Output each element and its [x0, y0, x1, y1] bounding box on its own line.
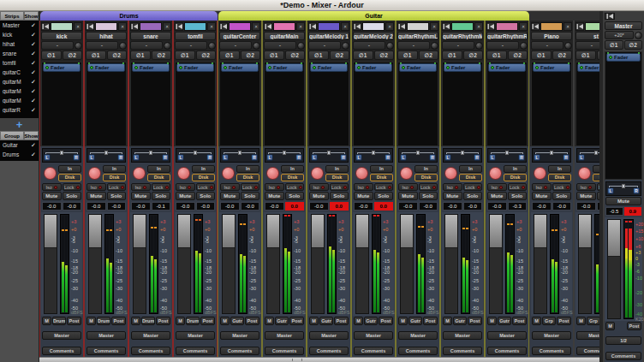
comments-button[interactable]: Comments — [532, 347, 571, 355]
pan-right-button[interactable]: R — [429, 154, 436, 161]
trim-display[interactable]: - — [264, 41, 296, 50]
phase-2-button[interactable]: ∅2 — [330, 50, 350, 60]
fader-slider[interactable] — [44, 214, 57, 314]
master-phase-2-button[interactable]: ∅2 — [624, 40, 643, 50]
pan-thumb[interactable] — [238, 151, 242, 155]
pan-thumb[interactable] — [60, 151, 63, 155]
solo-isolate-button[interactable]: Iso — [42, 183, 62, 191]
solo-lock-button[interactable]: Lock — [241, 183, 260, 191]
group-column-header[interactable]: Group — [0, 131, 24, 140]
master-comments-button[interactable]: Comments — [605, 352, 641, 360]
metering-point-button[interactable]: Post — [557, 317, 571, 325]
pan-left-button[interactable]: L — [311, 154, 318, 161]
trim-knob[interactable] — [119, 42, 127, 50]
monitor-disk-button[interactable]: Disk — [58, 174, 81, 181]
pan-left-button[interactable]: L — [177, 154, 184, 161]
strip-name-button[interactable]: guitarMelody 1 — [308, 32, 349, 40]
trim-display[interactable]: - — [397, 41, 430, 50]
record-arm-button[interactable] — [222, 167, 235, 180]
strip-color-swatch[interactable] — [140, 22, 162, 31]
trim-display[interactable]: - — [41, 41, 74, 50]
peak-display[interactable]: 0.0 — [374, 202, 394, 211]
fader-processor-entry[interactable]: Fader — [43, 63, 80, 72]
sidebar-strip-item[interactable]: hihat✓ — [0, 39, 39, 49]
output-button[interactable]: Master — [443, 331, 482, 340]
record-arm-button[interactable] — [534, 167, 546, 180]
gain-display[interactable]: -0.0 — [220, 202, 240, 211]
fader-processor-entry[interactable]: Fader — [87, 63, 125, 72]
pan-left-button[interactable]: L — [607, 187, 614, 194]
monitor-input-button[interactable]: In — [147, 165, 170, 173]
trim-display[interactable]: - — [130, 41, 163, 50]
strip-color-swatch[interactable] — [95, 22, 117, 31]
pan-thumb[interactable] — [416, 151, 420, 155]
solo-lock-button[interactable]: Lock — [330, 183, 349, 191]
metering-point-button[interactable]: Post — [111, 317, 126, 325]
comments-button[interactable]: Comments — [220, 347, 259, 355]
pan-right-button[interactable]: R — [162, 154, 169, 161]
output-button[interactable]: Master — [176, 331, 215, 340]
gain-display[interactable]: -0.0 — [86, 202, 106, 211]
strip-m-button[interactable]: M — [131, 317, 140, 325]
strip-close-button[interactable]: ✕ — [519, 22, 528, 31]
strip-group-button[interactable]: Drums — [141, 317, 155, 325]
record-arm-button[interactable] — [88, 167, 101, 180]
strip-color-swatch[interactable] — [229, 22, 251, 31]
trim-display[interactable]: - — [575, 41, 599, 50]
master-fader-slider[interactable] — [607, 219, 621, 319]
strip-group-button[interactable]: Gutr — [408, 317, 422, 325]
processor-box[interactable] — [532, 73, 571, 145]
output-button[interactable]: Master — [42, 331, 81, 340]
comments-button[interactable]: Comments — [42, 347, 81, 355]
record-arm-button[interactable] — [578, 167, 591, 180]
comments-button[interactable]: Comments — [398, 347, 438, 355]
trim-knob[interactable] — [564, 42, 572, 50]
strip-group-button[interactable]: Grp — [542, 317, 556, 325]
monitor-input-button[interactable]: In — [459, 165, 482, 173]
solo-isolate-button[interactable]: Iso — [576, 183, 596, 191]
mute-button[interactable]: Mute — [220, 192, 240, 200]
pan-left-button[interactable]: L — [489, 154, 496, 161]
strips-column-header[interactable]: Strips — [0, 11, 24, 21]
pan-left-button[interactable]: L — [266, 154, 273, 161]
mute-button[interactable]: Mute — [398, 192, 418, 200]
trim-display[interactable]: - — [531, 41, 564, 50]
trim-knob[interactable] — [520, 42, 528, 50]
monitor-disk-button[interactable]: Disk — [147, 174, 170, 181]
solo-lock-button[interactable]: Lock — [508, 183, 528, 191]
strip-m-button[interactable]: M — [398, 317, 408, 325]
monitor-input-button[interactable]: In — [281, 165, 304, 173]
strip-close-button[interactable]: ✕ — [296, 22, 305, 31]
strip-group-button[interactable]: Drums — [186, 317, 200, 325]
trim-knob[interactable] — [75, 42, 82, 50]
pan-right-button[interactable]: R — [340, 154, 347, 161]
output-button[interactable]: Master — [398, 331, 438, 340]
processor-box[interactable] — [42, 73, 81, 145]
pan-widget[interactable]: L R — [176, 148, 215, 163]
gain-display[interactable]: -0.0 — [532, 202, 552, 211]
pan-left-button[interactable]: L — [222, 154, 229, 161]
monitor-input-button[interactable]: In — [58, 165, 81, 173]
comments-button[interactable]: Comments — [131, 347, 170, 355]
trim-display[interactable]: - — [486, 41, 519, 50]
trim-knob[interactable] — [342, 42, 349, 50]
monitor-input-button[interactable]: In — [504, 165, 527, 173]
solo-lock-button[interactable]: Lock — [152, 183, 171, 191]
visibility-checkmark[interactable]: ✓ — [28, 88, 39, 95]
phase-1-button[interactable]: ∅1 — [486, 50, 507, 60]
trim-knob[interactable] — [208, 42, 216, 50]
strip-close-button[interactable]: ✕ — [118, 22, 127, 31]
output-button[interactable]: Master — [576, 331, 599, 340]
pan-right-button[interactable]: R — [206, 154, 213, 161]
fader-handle[interactable] — [534, 215, 546, 248]
master-phase-1-button[interactable]: ∅1 — [605, 40, 623, 50]
visibility-checkmark[interactable]: ✓ — [28, 22, 39, 29]
solo-button[interactable]: Solo — [196, 192, 216, 200]
phase-2-button[interactable]: ∅2 — [285, 50, 306, 60]
strip-name-button[interactable]: guitarCenter — [219, 32, 260, 40]
strip-m-button[interactable]: M — [265, 317, 274, 325]
strip-hide-button[interactable] — [308, 22, 317, 31]
fader-handle[interactable] — [89, 215, 101, 248]
mute-button[interactable]: Mute — [576, 192, 596, 200]
monitor-input-button[interactable]: In — [192, 165, 215, 173]
